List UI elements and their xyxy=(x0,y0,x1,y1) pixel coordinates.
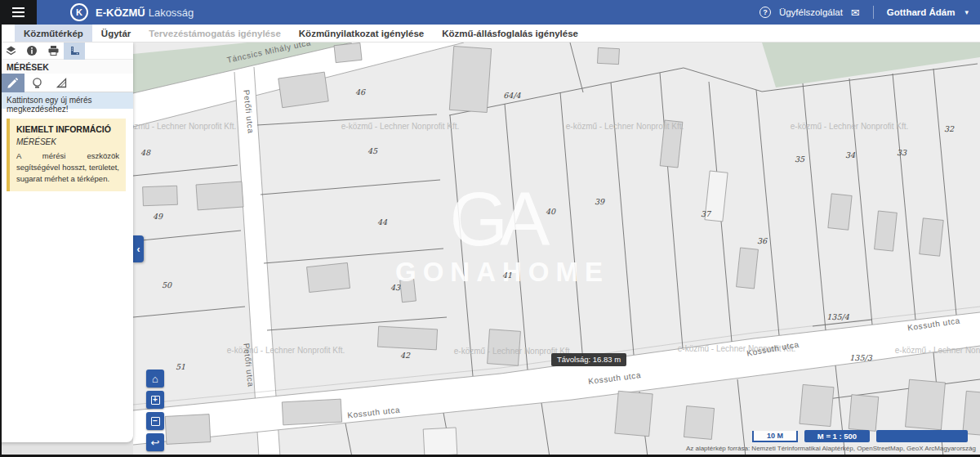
zoom-in-button[interactable]: + xyxy=(146,391,164,409)
parcel-number-label: 39 xyxy=(595,197,605,206)
parcel-number-label: 34 xyxy=(845,150,856,159)
app-name: E-KÖZMŰ xyxy=(96,7,145,19)
parcel-number-label: 45 xyxy=(368,146,378,155)
undo-button[interactable]: ↩ xyxy=(146,433,164,451)
parcel-number-label: 36 xyxy=(757,236,768,245)
highlighted-info-box: KIEMELT INFORMÁCIÓ MÉRÉSEK A mérési eszk… xyxy=(7,119,126,191)
header-divider xyxy=(873,6,874,19)
app-title: E-KÖZMŰLakosság xyxy=(96,7,194,19)
provider-watermark: e-közmű - Lechner Nonprofit Kft. xyxy=(133,122,236,131)
provider-watermark: e-közmű - Lechner Nonprofit Kft. xyxy=(791,122,909,131)
green-area xyxy=(762,43,980,87)
zoom-out-button[interactable]: − xyxy=(146,412,164,430)
parcel-number-label: 35 xyxy=(795,155,805,164)
parcel-number-label: 135/4 xyxy=(826,312,849,321)
provider-watermark: e-közmű - Lechner Nonprofit Kft. xyxy=(566,122,684,131)
mail-icon[interactable]: ✉ xyxy=(851,7,860,18)
scale-ratio-badge: M = 1 : 500 xyxy=(804,430,870,442)
main-tab-bar: Közműtérkép Ügytár Tervezéstámogatás igé… xyxy=(0,25,980,43)
sidebar-card: MÉRÉSEK Kattintson egy új mérés megkezdé… xyxy=(0,43,133,442)
map-canvas[interactable]: GA GONAHOME e-közmű - Lechner Nonprofit … xyxy=(133,43,980,457)
area-measure-icon[interactable] xyxy=(49,74,74,92)
app-subtitle: Lakosság xyxy=(149,7,194,19)
print-icon[interactable] xyxy=(42,43,64,60)
window-edge xyxy=(0,25,2,455)
zoom-in-icon: + xyxy=(151,396,160,405)
tab-kozmunyilatkozat[interactable]: Közműnyilatkozat igénylése xyxy=(290,25,433,42)
support-link[interactable]: Ügyfélszolgálat xyxy=(779,7,843,17)
parcel-number-label: 33 xyxy=(897,148,907,157)
layers-icon[interactable] xyxy=(0,43,21,60)
coordinate-badge xyxy=(876,430,968,442)
measures-section-title: MÉRÉSEK xyxy=(0,60,133,74)
app-header: K E-KÖZMŰLakosság ? Ügyfélszolgálat ✉ Go… xyxy=(0,0,980,25)
tab-kozmuterkep[interactable]: Közműtérkép xyxy=(15,25,92,42)
logo-letter: K xyxy=(76,7,82,17)
parcel-number-label: 44 xyxy=(377,217,388,226)
parcel-number-label: 64/4 xyxy=(503,91,521,100)
app-logo: K xyxy=(70,3,88,21)
line-measure-icon[interactable] xyxy=(0,74,24,92)
tab-tervezestamogatas[interactable]: Tervezéstámogatás igénylése xyxy=(140,25,290,42)
chevron-down-icon[interactable]: ▾ xyxy=(964,8,969,16)
map-toolbar xyxy=(0,43,133,60)
zoom-out-icon: − xyxy=(151,417,160,426)
parcel-number-label: 40 xyxy=(546,207,556,216)
watermark-monogram: GA xyxy=(450,177,551,261)
parcel-number-label: 135/3 xyxy=(849,353,872,362)
home-icon: ⌂ xyxy=(152,373,158,385)
parcel-number-label: 42 xyxy=(400,351,411,360)
parcel-number-label: 43 xyxy=(390,283,401,292)
parcel-number-label: 51 xyxy=(176,362,185,371)
ruler-icon[interactable] xyxy=(64,43,85,60)
basemap: GA GONAHOME e-közmű - Lechner Nonprofit … xyxy=(133,43,980,457)
left-sidebar: MÉRÉSEK Kattintson egy új mérés megkezdé… xyxy=(0,43,133,457)
measure-hint: Kattintson egy új mérés megkezdéséhez! xyxy=(0,92,133,109)
map-attribution: Az alaptérkép forrása: Nemzeti Térinform… xyxy=(686,445,976,452)
parcel-number-label: 37 xyxy=(701,209,712,218)
parcel-number-label: 46 xyxy=(355,87,366,96)
parcel-number-label: 49 xyxy=(153,212,163,221)
tab-kozmu-allasfoglalas[interactable]: Közmű-állásfoglalás igénylése xyxy=(433,25,587,42)
home-button[interactable]: ⌂ xyxy=(146,370,164,388)
parcel-number-label: 41 xyxy=(502,271,512,280)
hamburger-icon xyxy=(12,7,24,9)
measure-mode-tabs xyxy=(0,74,133,92)
radius-measure-icon[interactable] xyxy=(24,74,49,92)
parcel-number-label: 32 xyxy=(944,124,955,133)
distance-tooltip: Távolság: 16.83 m xyxy=(551,353,626,366)
info-box-body: A mérési eszközök segítségével hosszt, t… xyxy=(16,150,119,184)
info-box-subtitle: MÉRÉSEK xyxy=(16,137,119,146)
parcel-number-label: 50 xyxy=(162,280,172,289)
info-box-title: KIEMELT INFORMÁCIÓ xyxy=(16,124,119,134)
hamburger-menu-button[interactable] xyxy=(0,0,37,25)
tab-ugytar[interactable]: Ügytár xyxy=(92,25,140,42)
parcel-number-label: 48 xyxy=(140,148,151,157)
user-menu[interactable]: Gotthard Ádám xyxy=(887,7,956,17)
undo-icon: ↩ xyxy=(151,437,160,449)
provider-watermark: e-közmű - Lechner Nonprofit Kft. xyxy=(895,346,980,355)
info-icon[interactable] xyxy=(21,43,42,60)
sidebar-collapse-button[interactable]: ‹ xyxy=(133,235,144,262)
provider-watermark: e-közmű - Lechner Nonprofit Kft. xyxy=(341,122,460,131)
scale-bar: 10 M xyxy=(752,431,798,442)
help-icon[interactable]: ? xyxy=(760,7,771,18)
